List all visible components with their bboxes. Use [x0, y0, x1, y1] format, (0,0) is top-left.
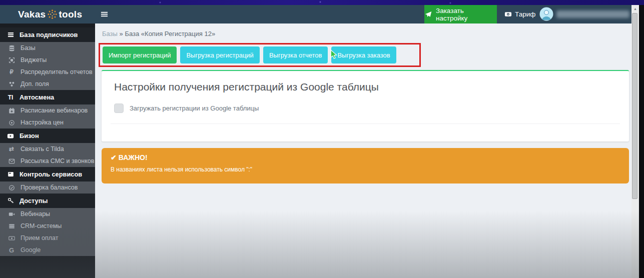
logo-text-tools: tools [59, 9, 82, 20]
hamburger-menu-icon[interactable] [101, 10, 108, 20]
key-icon [7, 198, 15, 204]
sidebar-item-label: Прием оплат [21, 234, 58, 242]
sidebar-item-widgets[interactable]: Виджеты [0, 54, 95, 66]
avatar[interactable] [539, 7, 553, 21]
breadcrumb: Базы » База «Копия Регистрация 12» [102, 30, 215, 38]
sidebar-section-autoswap[interactable]: TI Автосмена [0, 90, 95, 104]
sidebar-item-price-settings[interactable]: Настройка цен [0, 116, 95, 128]
card-divider [111, 124, 620, 124]
sidebar-item-webinars[interactable]: Вебинары [0, 208, 95, 220]
card-title: Настройки получения регистраций из Googl… [114, 81, 616, 93]
widgets-icon [8, 57, 16, 64]
app-screenshot: Vakas tools [0, 0, 644, 278]
sidebar-item-label: Настройка цен [21, 119, 64, 126]
video-camera-icon [8, 211, 16, 218]
order-setup-label: Заказать настройку [436, 7, 497, 22]
sidebar-item-label: Рассылка СМС и звонков [21, 158, 94, 164]
sidebar-item-payments[interactable]: Прием оплат [0, 232, 95, 244]
warning-banner: ✔ ВАЖНО! В названиях листа нельзя исполь… [102, 148, 629, 184]
swap-arrows-icon: ⇄ [8, 146, 16, 152]
sidebar-item-label: Вебинары [21, 210, 50, 218]
sidebar-item-label: Расписание вебинаров [21, 107, 88, 114]
warning-title: ✔ ВАЖНО! [111, 154, 620, 162]
sidebar-item-label: Распределитель отчетов [21, 68, 93, 76]
check-icon: ✔ [111, 154, 117, 162]
google-sheet-settings-card: Настройки получения регистраций из Googl… [102, 70, 629, 142]
sidebar-item-label: Базы [21, 44, 36, 52]
sidebar-section-access[interactable]: Доступы [0, 194, 95, 208]
fields-cluster-icon [8, 81, 16, 88]
checkbox-label: Загружать регистрации из Google таблицы [130, 104, 259, 112]
ruble-icon: ₽ [8, 69, 16, 75]
sidebar-section-label: Контроль сервисов [20, 170, 82, 178]
video-top-strip [0, 0, 644, 5]
video-right-edge [639, 5, 644, 278]
red-annotation-box: Импорт регистраций Выгрузка регистраций … [99, 43, 421, 67]
sidebar-section-label: База подписчиков [20, 31, 78, 38]
sidebar-item-link-tilda[interactable]: ⇄ Связать с Tilda [0, 143, 95, 155]
sidebar-section-label: Доступы [20, 197, 48, 204]
tariff-icon [504, 10, 512, 18]
order-setup-button[interactable]: Заказать настройку [424, 5, 497, 24]
breadcrumb-separator: » [120, 30, 123, 38]
database-icon [8, 45, 16, 52]
sidebar-item-label: Проверка балансов [21, 184, 78, 191]
logo-text-vakas: Vakas [18, 9, 46, 20]
breadcrumb-current: База «Копия Регистрация 12» [125, 30, 215, 38]
sidebar-section-label: Бизон [20, 132, 39, 140]
sidebar-item-google[interactable]: G Google [0, 244, 95, 256]
sidebar-item-label: Связать с Tilda [21, 146, 64, 152]
banknote-icon [8, 235, 16, 242]
sidebar-section-label: Автосмена [20, 94, 54, 101]
paper-plane-icon [424, 11, 432, 18]
sidebar-item-crm-systems[interactable]: CRM-системы [0, 220, 95, 232]
scrollbar-up-arrow[interactable]: ▲ [631, 5, 639, 12]
sidebar-section-bizon[interactable]: Бизон [0, 128, 95, 143]
import-registrations-button[interactable]: Импорт регистраций [103, 46, 177, 64]
sidebar-item-extra-fields[interactable]: Доп. поля [0, 78, 95, 90]
coin-icon [8, 120, 16, 126]
sidebar-item-sms-calls[interactable]: Рассылка СМС и звонков [0, 155, 95, 167]
main-content: Базы » База «Копия Регистрация 12» Импор… [95, 24, 631, 278]
sidebar-item-label: Виджеты [21, 56, 47, 64]
export-orders-button[interactable]: Выгрузка заказов [331, 46, 396, 64]
sidebar-item-webinar-schedule[interactable]: Расписание вебинаров [0, 104, 95, 116]
tariff-button[interactable]: Тариф [504, 5, 535, 24]
sidebar-section-service-control[interactable]: Контроль сервисов [0, 167, 95, 182]
text-height-icon: TI [7, 94, 15, 100]
stacked-bars-icon [8, 223, 16, 230]
breadcrumb-link-bases[interactable]: Базы [102, 30, 118, 38]
sidebar-item-balance-check[interactable]: Проверка балансов [0, 182, 95, 194]
sidebar-item-label: Доп. поля [21, 80, 49, 88]
video-play-icon [7, 132, 15, 140]
sidebar-item-bases[interactable]: Базы [0, 42, 95, 54]
sidebar-section-subscribers-base[interactable]: База подписчиков [0, 28, 95, 42]
sidebar: База подписчиков Базы Виджеты [0, 24, 95, 278]
export-reports-button[interactable]: Выгрузка отчетов [263, 46, 328, 64]
envelope-icon [8, 158, 16, 164]
logo: Vakas tools [18, 5, 82, 24]
logo-gear-dots-icon [47, 9, 58, 20]
checkbox-row: Загружать регистрации из Google таблицы [114, 104, 616, 113]
warning-text: В названиях листа нельзя использовать си… [111, 166, 620, 173]
warning-title-text: ВАЖНО! [119, 154, 148, 162]
sidebar-item-label: CRM-системы [21, 222, 62, 230]
toolbar: Импорт регистраций Выгрузка регистраций … [103, 46, 396, 64]
app-header: Vakas tools [0, 5, 631, 24]
scrollbar-thumb[interactable] [632, 13, 637, 199]
list-icon [7, 32, 15, 38]
page-scrollbar[interactable]: ▲ [631, 5, 639, 278]
load-registrations-checkbox[interactable] [114, 104, 124, 113]
window-icon [7, 171, 15, 178]
google-icon: G [8, 247, 16, 254]
sidebar-item-report-distributor[interactable]: ₽ Распределитель отчетов [0, 66, 95, 78]
tariff-label: Тариф [515, 10, 535, 18]
calendar-plus-icon [8, 108, 16, 114]
check-circle-icon [8, 184, 16, 191]
username-blurred [556, 10, 629, 18]
sidebar-item-label: Google [21, 246, 41, 254]
export-registrations-button[interactable]: Выгрузка регистраций [180, 46, 259, 64]
